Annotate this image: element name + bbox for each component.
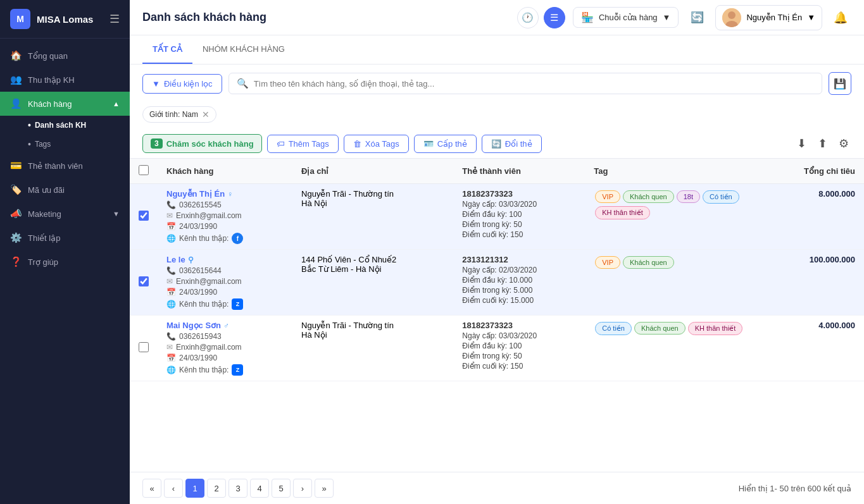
customer-cell-0: Nguyễn Thị Én ♀ 📞0362615545 ✉Enxinh@gmai…: [158, 184, 292, 250]
settings-icon[interactable]: ⚙: [836, 134, 851, 153]
page-first-btn[interactable]: «: [142, 479, 161, 498]
sidebar-item-thiet-lap[interactable]: ⚙️ Thiết lập: [0, 226, 130, 250]
customer-email-1: ✉Enxinh@gmail.com: [166, 277, 284, 286]
maketing-icon: 📣: [10, 208, 22, 219]
download-icon[interactable]: ⬇: [794, 134, 809, 153]
sidebar-item-tong-quan[interactable]: 🏠 Tổng quan: [0, 44, 130, 68]
row-checkbox-2[interactable]: [139, 342, 149, 352]
col-the-thanh-vien: Thẻ thành viên: [453, 159, 585, 184]
sidebar-label-khach-hang: Khách hàng: [28, 99, 72, 109]
col-tong-chi-tieu: Tổng chi tiêu: [766, 159, 864, 184]
sidebar-nav: 🏠 Tổng quan 👥 Thu thập KH 👤 Khách hàng ▲…: [0, 39, 130, 504]
logo-icon: M: [10, 9, 30, 29]
sidebar-item-tro-giup[interactable]: ❓ Trợ giúp: [0, 250, 130, 274]
tag-pill: Khách quen: [623, 256, 674, 269]
page-btn-3[interactable]: 3: [229, 479, 247, 498]
xoa-tags-label: Xóa Tags: [365, 139, 399, 149]
them-tags-button[interactable]: 🏷 Thêm Tags: [267, 135, 339, 153]
sidebar-item-the-thanh-vien[interactable]: 💳 Thẻ thành viên: [0, 154, 130, 178]
tab-tat-ca[interactable]: TẤT CẢ: [142, 35, 192, 64]
sidebar-sub-danh-sach-kh[interactable]: Danh sách KH: [28, 116, 130, 135]
customer-table: Khách hàng Địa chỉ Thẻ thành viên Tag Tổ…: [130, 159, 864, 381]
sidebar-item-maketing[interactable]: 📣 Maketing ▼: [0, 202, 130, 226]
customer-channel-2: 🌐Kênh thu thập: Z: [166, 364, 284, 376]
them-tags-icon: 🏷: [277, 139, 285, 149]
address-line2-0: Hà Nội: [301, 199, 444, 208]
user-menu-btn[interactable]: Nguyễn Thị Én ▼: [715, 5, 822, 30]
sidebar-item-ma-uu-dai[interactable]: 🏷️ Mã ưu đãi: [0, 178, 130, 202]
notification-btn[interactable]: 🔔: [830, 7, 851, 28]
member-cell-2: 18182373323 Ngày cấp: 03/03/2020 Điểm đầ…: [453, 316, 585, 381]
upload-icon[interactable]: ⬆: [815, 134, 830, 153]
page-prev-btn[interactable]: ‹: [164, 479, 183, 498]
list-view-icon-btn[interactable]: ☰: [544, 7, 565, 28]
khach-hang-arrow: ▲: [113, 100, 120, 108]
refresh-btn[interactable]: 🔄: [686, 7, 708, 28]
doi-the-icon: 🔄: [491, 139, 501, 149]
topbar-icons: 🕐 ☰: [517, 7, 565, 28]
tab-bar: TẤT CẢ NHÓM KHÁCH HÀNG: [130, 35, 864, 65]
member-issued-2: Ngày cấp: 03/03/2020: [462, 331, 576, 340]
total-cell-1: 100.000.000: [766, 250, 864, 316]
search-input[interactable]: [254, 79, 814, 89]
them-tags-label: Thêm Tags: [289, 139, 329, 149]
member-diem-dau-0: Điểm đầu kỳ: 100: [462, 210, 576, 219]
member-diem-trong-1: Điểm trong kỳ: 5.000: [462, 286, 576, 295]
history-icon-btn[interactable]: 🕐: [517, 7, 539, 28]
remove-filter-btn[interactable]: ✕: [202, 109, 210, 120]
sidebar-item-thu-thap[interactable]: 👥 Thu thập KH: [0, 68, 130, 92]
gender-icon-1: ⚲: [188, 255, 194, 264]
page-info: Hiển thị 1- 50 trên 600 kết quả: [739, 484, 851, 493]
page-buttons: « ‹ 1 2 3 4 5 › »: [142, 479, 334, 498]
pagination: « ‹ 1 2 3 4 5 › » Hiển thị 1- 50 trên 60…: [130, 472, 864, 504]
page-btn-2[interactable]: 2: [207, 479, 226, 498]
customer-name-2[interactable]: Mai Ngọc Sơn ♂: [166, 321, 284, 330]
customer-email-0: ✉Enxinh@gmail.com: [166, 211, 284, 220]
tag-pill: Khách quen: [623, 190, 674, 203]
page-btn-1[interactable]: 1: [185, 479, 204, 498]
sidebar-label-tong-quan: Tổng quan: [28, 51, 68, 61]
page-btn-5[interactable]: 5: [272, 479, 291, 498]
selected-count: 3: [151, 138, 163, 149]
customer-name-1[interactable]: Le le ⚲: [166, 255, 284, 264]
content: TẤT CẢ NHÓM KHÁCH HÀNG ▼ Điều kiện lọc 🔍…: [130, 35, 864, 504]
sidebar-label-thiet-lap: Thiết lập: [28, 233, 60, 243]
selected-count-badge: 3 Chăm sóc khách hàng: [142, 134, 262, 153]
filter-button[interactable]: ▼ Điều kiện lọc: [142, 74, 222, 94]
doi-the-button[interactable]: 🔄 Đổi thẻ: [482, 135, 542, 153]
sidebar-sub-tags[interactable]: Tags: [28, 135, 130, 154]
customer-name-0[interactable]: Nguyễn Thị Én ♀: [166, 189, 284, 199]
store-selector[interactable]: 🏪 Chuỗi cửa hàng ▼: [573, 7, 679, 28]
select-all-checkbox[interactable]: [139, 165, 149, 175]
action-bar: 3 Chăm sóc khách hàng 🏷 Thêm Tags 🗑 Xóa …: [130, 129, 864, 159]
save-search-btn[interactable]: 💾: [829, 72, 851, 95]
menu-toggle-icon[interactable]: ☰: [110, 12, 120, 26]
tag-pill: VIP: [595, 256, 620, 269]
tab-nhom-kh[interactable]: NHÓM KHÁCH HÀNG: [192, 35, 295, 64]
row-checkbox-0[interactable]: [139, 211, 149, 221]
sidebar-label-ma-uu-dai: Mã ưu đãi: [28, 185, 65, 195]
sidebar-label-thu-thap: Thu thập KH: [28, 75, 75, 85]
customer-cell-2: Mai Ngọc Sơn ♂ 📞0362615943 ✉Enxinh@gmail…: [158, 316, 292, 381]
main-content: Danh sách khách hàng 🕐 ☰ 🏪 Chuỗi cửa hàn…: [130, 0, 864, 504]
sidebar-label-tro-giup: Trợ giúp: [28, 257, 58, 267]
sidebar-label-maketing: Maketing: [28, 209, 61, 219]
table-row: Mai Ngọc Sơn ♂ 📞0362615943 ✉Enxinh@gmail…: [130, 316, 864, 381]
page-next-btn[interactable]: ›: [293, 479, 312, 498]
member-diem-trong-2: Điểm trong kỳ: 50: [462, 352, 576, 360]
cap-the-button[interactable]: 🪪 Cấp thẻ: [414, 135, 477, 153]
member-id-1: 2313121312: [462, 255, 576, 264]
table-row: Nguyễn Thị Én ♀ 📞0362615545 ✉Enxinh@gmai…: [130, 184, 864, 250]
customer-phone-2: 📞0362615943: [166, 332, 284, 341]
customer-dob-0: 📅24/03/1990: [166, 222, 284, 231]
row-checkbox-1[interactable]: [139, 276, 149, 286]
customer-channel-0: 🌐Kênh thu thập: f: [166, 233, 284, 244]
topbar: Danh sách khách hàng 🕐 ☰ 🏪 Chuỗi cửa hàn…: [130, 0, 864, 35]
xoa-tags-button[interactable]: 🗑 Xóa Tags: [344, 135, 409, 153]
table-row: Le le ⚲ 📞0362615644 ✉Enxinh@gmail.com 📅2…: [130, 250, 864, 316]
address-line1-0: Nguyễn Trãi - Thường tín: [301, 189, 444, 199]
page-btn-4[interactable]: 4: [250, 479, 269, 498]
sidebar-item-khach-hang[interactable]: 👤 Khách hàng ▲: [0, 92, 130, 116]
gender-filter-chip: Giới tính: Nam ✕: [142, 106, 216, 123]
page-last-btn[interactable]: »: [315, 479, 334, 498]
